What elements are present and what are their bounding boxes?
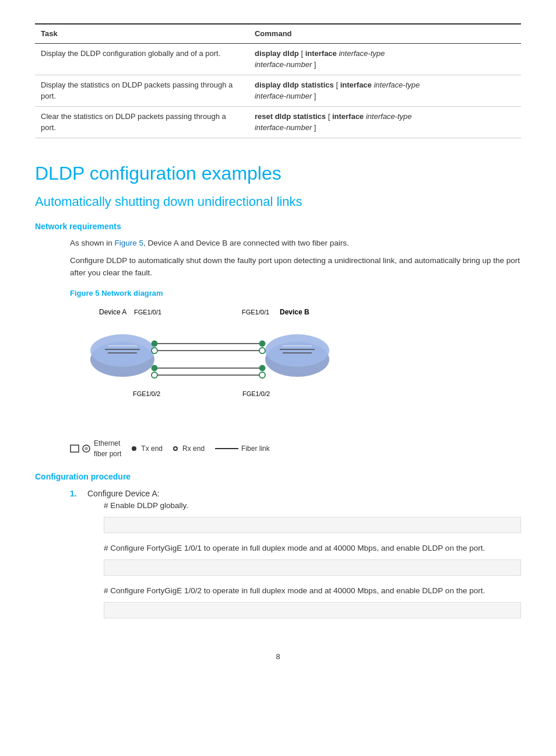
code-block-3 [104, 602, 521, 618]
table-header-command: Command [249, 24, 521, 43]
legend-rx-end: Rx end [173, 443, 205, 454]
dot-b-rx1 [259, 348, 265, 354]
page-number: 8 [35, 651, 521, 663]
legend-ethernet-port: Ethernetfiber port [70, 438, 121, 459]
fiber-link-label: Fiber link [241, 443, 270, 454]
port-b1-label: FGE1/0/1 [242, 309, 269, 316]
figure-caption: Figure 5 Network diagram [35, 288, 521, 299]
table-cell-cmd3: reset dldp statistics [ interface interf… [249, 106, 521, 138]
port-b2-label: FGE1/0/2 [242, 390, 270, 397]
svg-rect-0 [71, 445, 79, 452]
para1-suffix: , Device A and Device B are connected wi… [143, 239, 349, 247]
step-1-sub2: # Configure FortyGigE 1/0/1 to operate i… [87, 542, 521, 555]
para1-prefix: As shown in [70, 239, 115, 247]
table-row: Display the statistics on DLDP packets p… [35, 75, 521, 106]
device-b-label: Device B [280, 308, 309, 316]
network-req-para1: As shown in Figure 5, Device A and Devic… [35, 237, 521, 250]
step-1-sub1: # Enable DLDP globally. [87, 500, 521, 512]
rx-dot-icon [173, 446, 178, 451]
ethernet-port-icon [70, 443, 91, 454]
network-req-para2: Configure DLDP to automatically shut dow… [35, 255, 521, 279]
fiber-link-icon [215, 446, 238, 452]
table-row: Clear the statistics on DLDP packets pas… [35, 106, 521, 138]
network-requirements-heading: Network requirements [35, 220, 521, 233]
figure5-link[interactable]: Figure 5 [115, 239, 144, 247]
table-row: Display the DLDP configuration globally … [35, 43, 521, 75]
port-a2-label: FGE1/0/2 [133, 390, 160, 397]
config-steps: 1. Configure Device A: # Enable DLDP glo… [35, 488, 521, 628]
step-1-item: 1. Configure Device A: # Enable DLDP glo… [70, 488, 521, 628]
rx-end-label: Rx end [182, 443, 205, 454]
legend-fiber-link: Fiber link [215, 443, 270, 454]
section-subtitle: Automatically shutting down unidirection… [35, 192, 521, 211]
network-diagram: Device A FGE1/0/1 FGE1/0/1 Device B [35, 304, 521, 426]
table-cell-task2: Display the statistics on DLDP packets p… [35, 75, 249, 106]
table-cell-cmd2: display dldp statistics [ interface inte… [249, 75, 521, 106]
dot-b-rx2 [259, 372, 265, 378]
step-1-title: Configure Device A: [87, 488, 521, 500]
dot-b-tx1 [259, 341, 265, 346]
dot-a-rx1 [152, 348, 157, 354]
main-section-title: DLDP configuration examples [35, 159, 521, 187]
step-1-number: 1. [70, 488, 82, 628]
config-procedure-heading: Configuration procedure [35, 471, 521, 483]
dot-a-tx1 [152, 341, 157, 346]
step-1-sub3: # Configure FortyGigE 1/0/2 to operate i… [87, 585, 521, 597]
dot-b-tx2 [259, 365, 265, 371]
table-cell-task1: Display the DLDP configuration globally … [35, 43, 249, 75]
device-b-top [265, 334, 329, 367]
tx-end-label: Tx end [141, 443, 163, 454]
device-a-top [90, 334, 154, 367]
legend-tx-end: Tx end [132, 443, 163, 454]
table-header-task: Task [35, 24, 249, 43]
dot-a-tx2 [152, 365, 157, 371]
ethernet-port-label: Ethernetfiber port [94, 438, 121, 459]
dot-a-rx2 [152, 372, 157, 378]
svg-point-2 [85, 447, 88, 450]
port-a1-label: FGE1/0/1 [134, 309, 161, 316]
table-cell-task3: Clear the statistics on DLDP packets pas… [35, 106, 249, 138]
diagram-legend: Ethernetfiber port Tx end Rx end Fiber l… [35, 438, 521, 459]
code-block-1 [104, 517, 521, 533]
code-block-2 [104, 559, 521, 576]
table-cell-cmd1: display dldp [ interface interface-typei… [249, 43, 521, 75]
device-a-label: Device A [99, 308, 126, 316]
step-1-content: Configure Device A: # Enable DLDP global… [87, 488, 521, 628]
diagram-svg: Device A FGE1/0/1 FGE1/0/1 Device B [70, 304, 361, 426]
tx-dot-icon [132, 446, 136, 451]
command-table: Task Command Display the DLDP configurat… [35, 23, 521, 138]
